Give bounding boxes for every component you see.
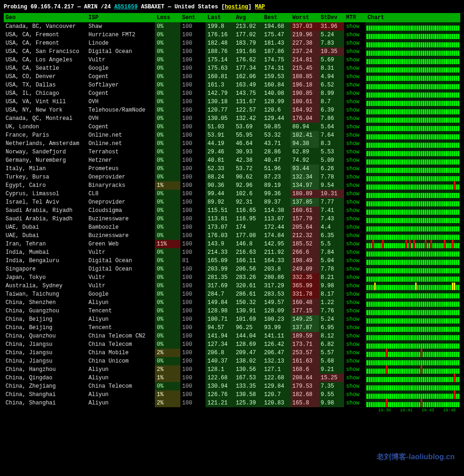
mtr-show-link[interactable]: show: [344, 31, 365, 39]
loss-cell: 0%: [155, 231, 180, 240]
col-sent[interactable]: Sent: [180, 13, 206, 22]
mtr-show-link[interactable]: show: [344, 365, 365, 374]
mtr-show-link[interactable]: show: [344, 89, 365, 98]
stdev-cell: 5.53: [319, 148, 345, 156]
col-worst[interactable]: Worst: [291, 13, 319, 22]
table-row: USA, CO, DenverCogent0%100160.81162.0615…: [4, 73, 460, 81]
best-cell: 50.85: [262, 123, 291, 131]
mtr-show-link[interactable]: show: [344, 223, 365, 231]
mtr-show-link[interactable]: show: [344, 298, 365, 307]
last-cell: 99.44: [205, 190, 234, 198]
last-cell: 94.57: [205, 324, 234, 332]
mtr-show-link[interactable]: show: [344, 64, 365, 73]
mtr-show-link[interactable]: show: [344, 273, 365, 282]
last-cell: 149.84: [205, 298, 234, 307]
col-geo[interactable]: Geo: [4, 13, 86, 22]
map-link[interactable]: MAP: [255, 4, 265, 10]
geo-cell: Netherlands, Amsterdam: [4, 139, 86, 148]
worst-cell: 215.45: [291, 64, 319, 73]
mtr-show-link[interactable]: show: [344, 282, 365, 290]
last-cell: 143.9: [205, 240, 234, 248]
mtr-show-link[interactable]: show: [344, 215, 365, 223]
worst-cell: 80.94: [291, 123, 319, 131]
loss-cell: 0%: [155, 357, 180, 365]
mtr-show-link[interactable]: show: [344, 340, 365, 349]
col-chart[interactable]: Chart: [365, 13, 460, 22]
chart-cell: [365, 340, 460, 349]
mtr-show-link[interactable]: show: [344, 56, 365, 64]
mtr-show-link[interactable]: show: [344, 315, 365, 324]
mtr-show-link[interactable]: show: [344, 390, 365, 399]
mtr-show-link[interactable]: show: [344, 198, 365, 206]
col-loss[interactable]: Loss: [155, 13, 180, 22]
isp-cell: Shaw: [86, 22, 155, 31]
mtr-show-link[interactable]: show: [344, 181, 365, 190]
mtr-show-link[interactable]: show: [344, 240, 365, 248]
mtr-show-link[interactable]: show: [344, 123, 365, 131]
geo-cell: USA, CA, Los Angeles: [4, 56, 86, 64]
mtr-show-link[interactable]: show: [344, 81, 365, 89]
stdev-cell: 7.78: [319, 173, 345, 181]
mtr-show-link[interactable]: show: [344, 290, 365, 298]
mtr-show-link[interactable]: show: [344, 139, 365, 148]
sent-cell: 100: [180, 248, 206, 257]
mtr-show-link[interactable]: show: [344, 156, 365, 165]
mtr-show-link[interactable]: show: [344, 173, 365, 181]
chart-cell: [365, 181, 460, 190]
best-cell: 149.57: [262, 298, 291, 307]
last-cell: 284.7: [205, 290, 234, 298]
col-avg[interactable]: Avg: [234, 13, 262, 22]
mtr-show-link[interactable]: show: [344, 332, 365, 340]
col-stdev[interactable]: StDev: [319, 13, 345, 22]
geo-cell: Cyprus, Limassol: [4, 190, 86, 198]
mtr-show-link[interactable]: show: [344, 374, 365, 382]
geo-cell: Italy, Milan: [4, 165, 86, 173]
col-best[interactable]: Best: [262, 13, 291, 22]
sent-cell: 100: [180, 265, 206, 273]
hosting-tag[interactable]: hosting: [225, 4, 248, 10]
mtr-show-link[interactable]: show: [344, 206, 365, 215]
mtr-show-link[interactable]: show: [344, 248, 365, 257]
avg-cell: 138.02: [234, 357, 262, 365]
chart-cell: [365, 73, 460, 81]
mtr-show-link[interactable]: show: [344, 165, 365, 173]
best-cell: 132.13: [262, 357, 291, 365]
best-cell: 317.29: [262, 282, 291, 290]
geo-cell: Turkey, Bursa: [4, 173, 86, 181]
avg-cell: 286.61: [234, 290, 262, 298]
asn-link[interactable]: AS51659: [114, 4, 138, 10]
mtr-show-link[interactable]: show: [344, 106, 365, 114]
col-last[interactable]: Last: [205, 13, 234, 22]
mtr-show-link[interactable]: show: [344, 349, 365, 357]
isp-cell: Binaryracks: [86, 181, 155, 190]
mtr-show-link[interactable]: show: [344, 265, 365, 273]
mtr-show-link[interactable]: show: [344, 148, 365, 156]
sent-cell: 100: [180, 190, 206, 198]
loss-cell: 0%: [155, 139, 180, 148]
isp-cell: China Mobile: [86, 349, 155, 357]
stdev-cell: 5.68: [319, 357, 345, 365]
stdev-cell: 8.3: [319, 139, 345, 148]
mtr-show-link[interactable]: show: [344, 73, 365, 81]
mtr-show-link[interactable]: show: [344, 131, 365, 139]
table-row: Saudi Arabia, RiyadhBuzinessware0%100113…: [4, 215, 460, 223]
mtr-show-link[interactable]: show: [344, 257, 365, 265]
mtr-show-link[interactable]: show: [344, 307, 365, 315]
isp-cell: Cloudsigma: [86, 206, 155, 215]
mtr-show-link[interactable]: show: [344, 399, 365, 407]
mtr-show-link[interactable]: show: [344, 190, 365, 198]
mtr-show-link[interactable]: show: [344, 114, 365, 123]
last-cell: 122.68: [205, 374, 234, 382]
best-cell: 164.33: [262, 257, 291, 265]
worst-cell: 134.97: [291, 181, 319, 190]
mtr-show-link[interactable]: show: [344, 47, 365, 56]
mtr-show-link[interactable]: show: [344, 22, 365, 31]
mtr-show-link[interactable]: show: [344, 231, 365, 240]
mtr-show-link[interactable]: show: [344, 98, 365, 106]
col-isp[interactable]: ISP: [86, 13, 155, 22]
col-mtr[interactable]: MTR: [344, 13, 365, 22]
mtr-show-link[interactable]: show: [344, 357, 365, 365]
mtr-show-link[interactable]: show: [344, 324, 365, 332]
mtr-show-link[interactable]: show: [344, 39, 365, 47]
mtr-show-link[interactable]: show: [344, 382, 365, 390]
